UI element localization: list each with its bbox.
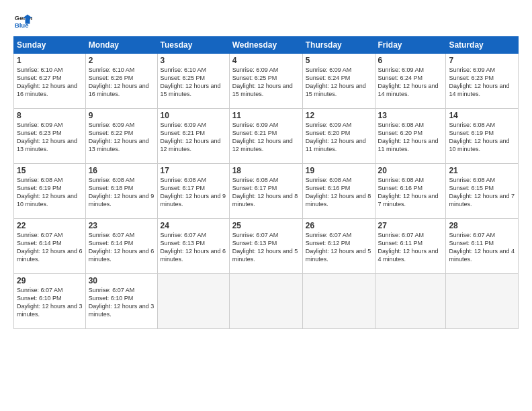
calendar: SundayMondayTuesdayWednesdayThursdayFrid… <box>13 36 519 329</box>
day-info: Sunrise: 6:07 AMSunset: 6:11 PMDaylight:… <box>378 231 443 264</box>
calendar-cell: 3Sunrise: 6:10 AMSunset: 6:25 PMDaylight… <box>157 54 229 109</box>
calendar-cell: 7Sunrise: 6:09 AMSunset: 6:23 PMDaylight… <box>446 54 519 109</box>
calendar-cell: 19Sunrise: 6:08 AMSunset: 6:16 PMDayligh… <box>302 164 375 219</box>
calendar-cell: 21Sunrise: 6:08 AMSunset: 6:15 PMDayligh… <box>446 164 519 219</box>
header-wednesday: Wednesday <box>229 37 302 54</box>
calendar-cell: 4Sunrise: 6:09 AMSunset: 6:25 PMDaylight… <box>229 54 302 109</box>
day-number: 10 <box>161 111 226 120</box>
calendar-cell: 13Sunrise: 6:08 AMSunset: 6:20 PMDayligh… <box>375 109 446 164</box>
calendar-cell: 26Sunrise: 6:07 AMSunset: 6:12 PMDayligh… <box>302 219 375 274</box>
calendar-cell: 28Sunrise: 6:07 AMSunset: 6:11 PMDayligh… <box>446 219 519 274</box>
calendar-week-row: 15Sunrise: 6:08 AMSunset: 6:19 PMDayligh… <box>14 164 519 219</box>
day-info: Sunrise: 6:07 AMSunset: 6:10 PMDaylight:… <box>17 286 83 319</box>
day-number: 5 <box>306 56 372 65</box>
day-info: Sunrise: 6:08 AMSunset: 6:17 PMDaylight:… <box>232 176 300 209</box>
day-number: 27 <box>378 221 443 230</box>
day-info: Sunrise: 6:09 AMSunset: 6:23 PMDaylight:… <box>17 121 83 154</box>
day-number: 17 <box>161 166 226 175</box>
day-number: 6 <box>378 56 443 65</box>
day-info: Sunrise: 6:08 AMSunset: 6:16 PMDaylight:… <box>378 176 443 209</box>
calendar-cell <box>375 274 446 329</box>
calendar-cell: 23Sunrise: 6:07 AMSunset: 6:14 PMDayligh… <box>85 219 157 274</box>
header-thursday: Thursday <box>302 37 375 54</box>
day-number: 20 <box>378 166 443 175</box>
day-number: 9 <box>89 111 154 120</box>
calendar-cell: 15Sunrise: 6:08 AMSunset: 6:19 PMDayligh… <box>14 164 86 219</box>
header-friday: Friday <box>375 37 446 54</box>
day-info: Sunrise: 6:07 AMSunset: 6:14 PMDaylight:… <box>17 231 83 264</box>
day-info: Sunrise: 6:08 AMSunset: 6:17 PMDaylight:… <box>161 176 226 209</box>
header-sunday: Sunday <box>14 37 86 54</box>
calendar-cell <box>302 274 375 329</box>
calendar-week-row: 29Sunrise: 6:07 AMSunset: 6:10 PMDayligh… <box>14 274 519 329</box>
day-info: Sunrise: 6:10 AMSunset: 6:26 PMDaylight:… <box>89 66 154 99</box>
day-info: Sunrise: 6:09 AMSunset: 6:23 PMDaylight:… <box>449 66 515 99</box>
calendar-cell: 2Sunrise: 6:10 AMSunset: 6:26 PMDaylight… <box>85 54 157 109</box>
day-number: 12 <box>306 111 372 120</box>
day-info: Sunrise: 6:10 AMSunset: 6:25 PMDaylight:… <box>161 66 226 99</box>
calendar-cell: 8Sunrise: 6:09 AMSunset: 6:23 PMDaylight… <box>14 109 86 164</box>
calendar-cell: 24Sunrise: 6:07 AMSunset: 6:13 PMDayligh… <box>157 219 229 274</box>
day-number: 7 <box>449 56 515 65</box>
calendar-cell: 17Sunrise: 6:08 AMSunset: 6:17 PMDayligh… <box>157 164 229 219</box>
day-number: 8 <box>17 111 83 120</box>
calendar-week-row: 1Sunrise: 6:10 AMSunset: 6:27 PMDaylight… <box>14 54 519 109</box>
calendar-cell: 5Sunrise: 6:09 AMSunset: 6:24 PMDaylight… <box>302 54 375 109</box>
day-info: Sunrise: 6:07 AMSunset: 6:13 PMDaylight:… <box>161 231 226 264</box>
calendar-cell: 6Sunrise: 6:09 AMSunset: 6:24 PMDaylight… <box>375 54 446 109</box>
day-number: 29 <box>17 276 83 285</box>
day-info: Sunrise: 6:08 AMSunset: 6:15 PMDaylight:… <box>449 176 515 209</box>
header-monday: Monday <box>85 37 157 54</box>
day-info: Sunrise: 6:07 AMSunset: 6:13 PMDaylight:… <box>232 231 300 264</box>
day-number: 26 <box>306 221 372 230</box>
day-number: 16 <box>89 166 154 175</box>
calendar-cell <box>229 274 302 329</box>
calendar-header-row: SundayMondayTuesdayWednesdayThursdayFrid… <box>14 37 519 54</box>
day-number: 24 <box>161 221 226 230</box>
day-info: Sunrise: 6:08 AMSunset: 6:19 PMDaylight:… <box>449 121 515 154</box>
day-info: Sunrise: 6:09 AMSunset: 6:25 PMDaylight:… <box>232 66 300 99</box>
day-number: 2 <box>89 56 154 65</box>
day-info: Sunrise: 6:07 AMSunset: 6:10 PMDaylight:… <box>89 286 154 319</box>
calendar-cell: 25Sunrise: 6:07 AMSunset: 6:13 PMDayligh… <box>229 219 302 274</box>
calendar-cell: 16Sunrise: 6:08 AMSunset: 6:18 PMDayligh… <box>85 164 157 219</box>
day-info: Sunrise: 6:10 AMSunset: 6:27 PMDaylight:… <box>17 66 83 99</box>
calendar-week-row: 22Sunrise: 6:07 AMSunset: 6:14 PMDayligh… <box>14 219 519 274</box>
day-info: Sunrise: 6:08 AMSunset: 6:16 PMDaylight:… <box>306 176 372 209</box>
day-number: 3 <box>161 56 226 65</box>
day-number: 4 <box>232 56 300 65</box>
day-info: Sunrise: 6:09 AMSunset: 6:24 PMDaylight:… <box>378 66 443 99</box>
calendar-cell: 9Sunrise: 6:09 AMSunset: 6:22 PMDaylight… <box>85 109 157 164</box>
day-number: 13 <box>378 111 443 120</box>
calendar-cell: 30Sunrise: 6:07 AMSunset: 6:10 PMDayligh… <box>85 274 157 329</box>
calendar-cell: 1Sunrise: 6:10 AMSunset: 6:27 PMDaylight… <box>14 54 86 109</box>
calendar-cell: 11Sunrise: 6:09 AMSunset: 6:21 PMDayligh… <box>229 109 302 164</box>
day-info: Sunrise: 6:07 AMSunset: 6:12 PMDaylight:… <box>306 231 372 264</box>
day-number: 23 <box>89 221 154 230</box>
calendar-cell <box>157 274 229 329</box>
calendar-cell: 20Sunrise: 6:08 AMSunset: 6:16 PMDayligh… <box>375 164 446 219</box>
day-number: 14 <box>449 111 515 120</box>
calendar-cell: 18Sunrise: 6:08 AMSunset: 6:17 PMDayligh… <box>229 164 302 219</box>
day-number: 19 <box>306 166 372 175</box>
logo: General Blue <box>13 12 32 31</box>
day-info: Sunrise: 6:07 AMSunset: 6:14 PMDaylight:… <box>89 231 154 264</box>
header-tuesday: Tuesday <box>157 37 229 54</box>
day-info: Sunrise: 6:09 AMSunset: 6:24 PMDaylight:… <box>306 66 372 99</box>
calendar-cell: 14Sunrise: 6:08 AMSunset: 6:19 PMDayligh… <box>446 109 519 164</box>
day-number: 21 <box>449 166 515 175</box>
calendar-cell: 27Sunrise: 6:07 AMSunset: 6:11 PMDayligh… <box>375 219 446 274</box>
day-number: 28 <box>449 221 515 230</box>
calendar-cell: 22Sunrise: 6:07 AMSunset: 6:14 PMDayligh… <box>14 219 86 274</box>
calendar-week-row: 8Sunrise: 6:09 AMSunset: 6:23 PMDaylight… <box>14 109 519 164</box>
calendar-cell: 12Sunrise: 6:09 AMSunset: 6:20 PMDayligh… <box>302 109 375 164</box>
day-number: 11 <box>232 111 300 120</box>
calendar-cell: 10Sunrise: 6:09 AMSunset: 6:21 PMDayligh… <box>157 109 229 164</box>
day-number: 22 <box>17 221 83 230</box>
day-info: Sunrise: 6:07 AMSunset: 6:11 PMDaylight:… <box>449 231 515 264</box>
day-info: Sunrise: 6:09 AMSunset: 6:22 PMDaylight:… <box>89 121 154 154</box>
day-info: Sunrise: 6:09 AMSunset: 6:21 PMDaylight:… <box>232 121 300 154</box>
day-info: Sunrise: 6:08 AMSunset: 6:18 PMDaylight:… <box>89 176 154 209</box>
day-info: Sunrise: 6:08 AMSunset: 6:20 PMDaylight:… <box>378 121 443 154</box>
calendar-cell <box>446 274 519 329</box>
